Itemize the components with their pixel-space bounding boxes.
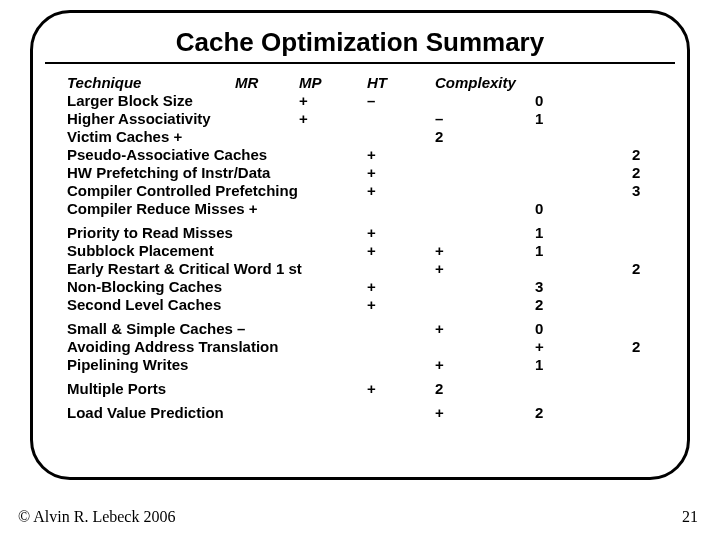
cell-complexity-num2: 2 [632,260,640,278]
cell-complexity-num: 3 [535,278,543,296]
hdr-technique: Technique [67,74,141,92]
table-row: Avoiding Address Translation+2 [67,338,653,356]
cell-technique: HW Prefetching of Instr/Data [67,164,270,182]
cell-complexity-num2: 2 [632,146,640,164]
cell-technique: Small & Simple Caches – [67,320,245,338]
table-row: Load Value Prediction+2 [67,404,653,422]
table-row: Priority to Read Misses+1 [67,224,653,242]
cell-technique: Compiler Controlled Prefetching [67,182,298,200]
cell-mp: + [299,92,308,110]
title-rule [45,62,675,64]
slide-title: Cache Optimization Summary [33,27,687,58]
table-row: Small & Simple Caches –+0 [67,320,653,338]
cell-ht: + [367,164,376,182]
cell-technique: Pseudo-Associative Caches [67,146,267,164]
cell-complexity-sign: + [435,260,444,278]
cell-technique: Load Value Prediction [67,404,224,422]
cell-ht: + [367,380,376,398]
table-row: Second Level Caches+2 [67,296,653,314]
cell-ht: + [367,242,376,260]
cell-complexity-num: 1 [535,110,543,128]
cell-complexity-sign: + [435,320,444,338]
hdr-complexity: Complexity [435,74,516,92]
hdr-mp: MP [299,74,322,92]
cell-ht: – [367,92,375,110]
content-area: Technique MR MP HT Complexity Larger Blo… [33,74,687,422]
cell-technique: Non-Blocking Caches [67,278,222,296]
rows-container: Larger Block Size+–0Higher Associativity… [67,92,653,422]
cell-technique: Compiler Reduce Misses + [67,200,258,218]
table-row: Pipelining Writes+1 [67,356,653,374]
cell-complexity-num: 0 [535,92,543,110]
table-row: Larger Block Size+–0 [67,92,653,110]
cell-complexity-sign: + [435,404,444,422]
cell-mp: + [299,110,308,128]
page-number: 21 [682,508,698,526]
cell-complexity-sign: + [435,356,444,374]
cell-complexity-sign: 2 [435,380,443,398]
cell-technique: Avoiding Address Translation [67,338,278,356]
table-row: Victim Caches +2 [67,128,653,146]
cell-technique: Multiple Ports [67,380,166,398]
cell-complexity-num2: 2 [632,164,640,182]
cell-complexity-num: 2 [535,296,543,314]
cell-complexity-num: 1 [535,224,543,242]
cell-technique: Higher Associativity [67,110,211,128]
cell-complexity-num: 1 [535,242,543,260]
cell-technique: Second Level Caches [67,296,221,314]
cell-complexity-sign: – [435,110,443,128]
table-row: Non-Blocking Caches+3 [67,278,653,296]
table-row: Compiler Controlled Prefetching+3 [67,182,653,200]
cell-complexity-num2: 2 [632,338,640,356]
hdr-ht: HT [367,74,387,92]
cell-complexity-num: 2 [535,404,543,422]
cell-technique: Priority to Read Misses [67,224,233,242]
cell-complexity-sign: + [435,242,444,260]
cell-complexity-num: 0 [535,200,543,218]
header-row: Technique MR MP HT Complexity [67,74,653,92]
cell-technique: Subblock Placement [67,242,214,260]
cell-complexity-num: 0 [535,320,543,338]
cell-complexity-sign: 2 [435,128,443,146]
cell-ht: + [367,146,376,164]
table-row: Subblock Placement++1 [67,242,653,260]
table-row: Compiler Reduce Misses +0 [67,200,653,218]
hdr-mr: MR [235,74,258,92]
cell-ht: + [367,296,376,314]
copyright-text: © Alvin R. Lebeck 2006 [18,508,175,526]
cell-technique: Larger Block Size [67,92,193,110]
table-row: Higher Associativity+–1 [67,110,653,128]
cell-technique: Pipelining Writes [67,356,188,374]
slide-frame: Cache Optimization Summary Technique MR … [30,10,690,480]
cell-complexity-num2: 3 [632,182,640,200]
cell-technique: Early Restart & Critical Word 1 st [67,260,302,278]
cell-technique: Victim Caches + [67,128,182,146]
cell-ht: + [367,182,376,200]
table-row: Early Restart & Critical Word 1 st+2 [67,260,653,278]
cell-ht: + [367,224,376,242]
cell-ht: + [367,278,376,296]
table-row: Pseudo-Associative Caches+2 [67,146,653,164]
table-row: Multiple Ports+2 [67,380,653,398]
cell-complexity-num: 1 [535,356,543,374]
cell-complexity-num: + [535,338,544,356]
table-row: HW Prefetching of Instr/Data+2 [67,164,653,182]
